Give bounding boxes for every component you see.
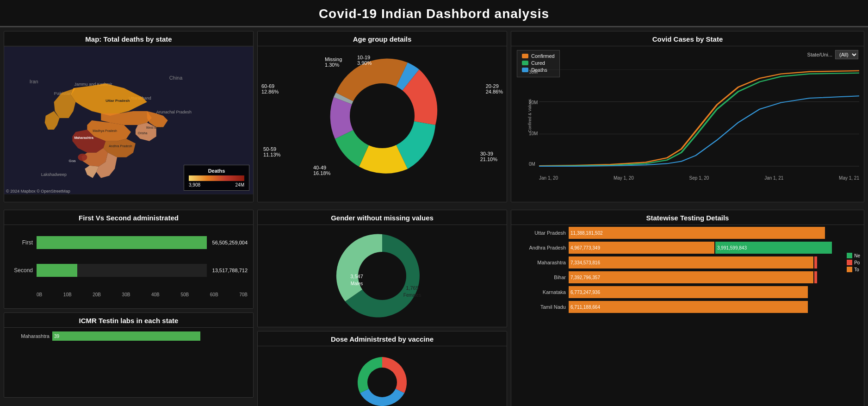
state-up: Uttar Pradesh	[515, 230, 566, 236]
statewise-testing-title: Statewise Testing Details	[511, 210, 864, 225]
bar-x-axis: 0B 10B 20B 30B 40B 50B 60B 70B	[10, 292, 248, 297]
age-60-69: 60-6912.86%	[261, 83, 279, 94]
legend-ne: Ne	[847, 253, 860, 258]
age-donut-svg	[317, 51, 447, 181]
age-donut-container: 10-193.90% 20-2924.86% 30-3921.10% 40-49…	[258, 46, 507, 185]
second-label: Second	[10, 267, 33, 274]
legend-max: 24M	[236, 182, 244, 187]
table-row: Uttar Pradesh 11,388,181,502	[515, 227, 860, 239]
age-group-title: Age group details	[258, 31, 507, 46]
dashboard-header: Covid-19 Indian Dashbord analysis	[0, 0, 868, 27]
svg-text:Madhya Pradesh: Madhya Pradesh	[93, 129, 117, 133]
cured-label: Cured	[531, 60, 545, 66]
deaths-dot	[522, 68, 528, 72]
x-tick-jan21: Jan 1, 21	[764, 175, 783, 181]
age-50-59: 50-5911.13%	[263, 146, 280, 157]
chart-filter[interactable]: State/Uni... (All)	[807, 50, 858, 59]
to-dot	[847, 267, 852, 272]
vaccine-admin-panel: First Vs Second administrated First 56,5…	[4, 210, 254, 309]
legend-min: 3,908	[189, 182, 200, 187]
icmr-bar: 39	[52, 331, 200, 341]
icmr-state: Maharashtra	[8, 333, 50, 339]
br-bars: 7,392,796,357	[569, 271, 860, 283]
bottom-middle: Gender without missing values 3,547 Male…	[257, 210, 507, 406]
bar-chart: First 56,505,259,004 Second 13,517,788,7…	[4, 225, 253, 308]
testing-legend: Ne Po To	[847, 253, 860, 272]
y-axis-ticks: 30M 20M 10M 0M	[529, 69, 538, 167]
svg-text:West Bengal: West Bengal	[146, 126, 165, 130]
x-tick-may20: May 1, 20	[614, 175, 634, 181]
legend-to: To	[847, 267, 860, 272]
chart-content: Confirmed Cured Deaths State/Uni... (All…	[511, 46, 864, 185]
legend-po: Po	[847, 260, 860, 265]
svg-text:Males: Males	[351, 281, 363, 286]
confirmed-dot	[522, 54, 528, 58]
ne-dot	[847, 253, 852, 258]
svg-point-22	[350, 83, 415, 148]
icmr-title: ICMR Testin labs in each state	[4, 313, 253, 328]
icmr-value: 39	[52, 334, 59, 339]
filter-label: State/Uni...	[807, 52, 832, 57]
svg-text:Orisha: Orisha	[138, 131, 148, 135]
iran-label: Iran	[30, 79, 38, 84]
svg-text:Lakshadweep: Lakshadweep	[41, 172, 67, 177]
gender-donut-svg: 3,547 Males 1,765 Females	[327, 230, 438, 322]
icmr-row-maharashtra: Maharashtra 39	[8, 331, 249, 341]
svg-text:Andhra Pradesh: Andhra Pradesh	[109, 144, 132, 148]
svg-point-11	[78, 154, 87, 161]
map-title: Map: Total deaths by state	[4, 31, 253, 46]
ap-bars: 4,967,773,349 3,991,599,843	[569, 242, 860, 254]
legend-title: Deaths	[189, 168, 244, 174]
up-orange-bar: 11,388,181,502	[569, 227, 825, 239]
covid-cases-panel: Covid Cases by State Confirmed Cured Dea…	[511, 31, 864, 202]
ne-label: Ne	[854, 253, 860, 258]
x-tick-may21: May 1, 21	[839, 175, 859, 181]
po-dot	[847, 260, 852, 265]
x-tick-sep20: Sep 1, 20	[689, 175, 709, 181]
china-label: China	[169, 75, 183, 81]
dose-admin-title: Dose Administrsted by vaccine	[258, 331, 507, 346]
table-row: Karnataka 6,773,247,936	[515, 286, 860, 298]
svg-text:1,765: 1,765	[406, 285, 419, 291]
covid-cases-title: Covid Cases by State	[511, 31, 864, 46]
legend-gradient	[189, 175, 244, 181]
br-orange-bar: 7,392,796,357	[569, 271, 813, 283]
map-credit: © 2024 Mapbox © OpenStreetMap	[6, 189, 70, 194]
svg-text:3,547: 3,547	[350, 274, 363, 279]
vaccine-admin-title: First Vs Second administrated	[4, 210, 253, 225]
state-mh: Maharashtra	[515, 260, 566, 265]
table-row: Andhra Pradesh 4,967,773,349 3,991,599,8…	[515, 242, 860, 254]
cured-dot	[522, 61, 528, 65]
state-br: Bihar	[515, 275, 566, 280]
icmr-container: Maharashtra 39	[4, 328, 253, 397]
tn-bars: 6,711,188,664	[569, 301, 860, 313]
mh-orange-bar: 7,334,573,816	[569, 256, 813, 269]
br-pink-bar	[814, 271, 817, 283]
first-label: First	[10, 239, 33, 246]
svg-text:Goa: Goa	[68, 159, 76, 163]
state-filter-select[interactable]: (All)	[835, 50, 858, 59]
x-tick-jan20: Jan 1, 20	[539, 175, 558, 181]
po-label: Po	[854, 260, 860, 265]
x-60b: 60B	[210, 292, 218, 297]
y-tick-10m: 10M	[529, 131, 538, 136]
up-bars: 11,388,181,502	[569, 227, 860, 239]
age-group-panel: Age group details	[257, 31, 507, 202]
state-ka: Karnataka	[515, 289, 566, 295]
dose-donut-svg	[336, 355, 428, 406]
mh-pink-bar	[814, 256, 817, 269]
first-bar-fill	[37, 236, 207, 249]
dose-container	[258, 346, 507, 406]
ap-green-bar: 3,991,599,843	[715, 242, 832, 254]
bottom-left: First Vs Second administrated First 56,5…	[4, 210, 254, 406]
svg-text:Females: Females	[403, 293, 421, 298]
to-label: To	[854, 267, 859, 272]
first-value: 56,505,259,004	[211, 240, 248, 245]
age-30-39: 30-3921.10%	[480, 151, 497, 162]
statewise-testing-panel: Statewise Testing Details Uttar Pradesh …	[511, 210, 864, 406]
map-panel: Map: Total deaths by state Iran Pakistan…	[4, 31, 254, 202]
table-row: Tamil Nadu 6,711,188,664	[515, 301, 860, 313]
y-tick-30m: 30M	[529, 69, 538, 75]
second-bar-track	[37, 264, 207, 277]
table-row: Maharashtra 7,334,573,816	[515, 256, 860, 269]
